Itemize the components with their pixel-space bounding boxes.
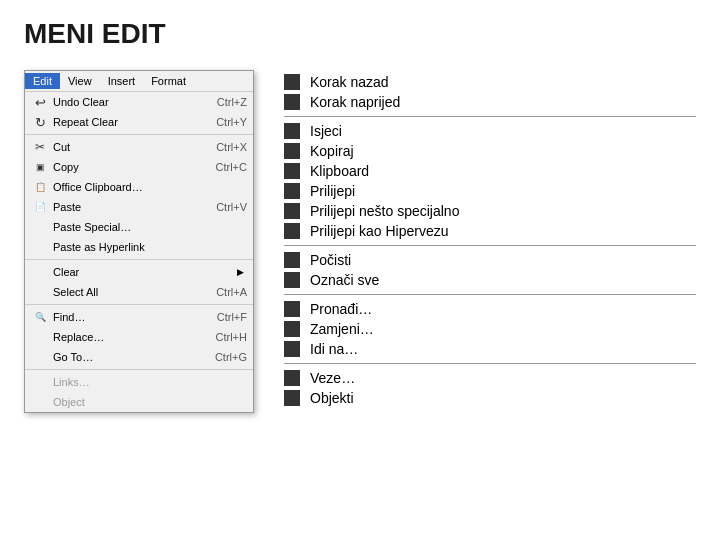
bullet-text: Korak nazad <box>310 74 389 90</box>
menu-item-cut-shortcut: Ctrl+X <box>196 141 247 153</box>
cut-icon: ✂ <box>32 139 48 155</box>
page-title: MENI EDIT <box>0 0 720 60</box>
menu-item-paste-shortcut: Ctrl+V <box>196 201 247 213</box>
menu-item-office-clipboard[interactable]: 📋 Office Clipboard… <box>25 177 253 197</box>
bullet-text: Prilijepi kao Hipervezu <box>310 223 449 239</box>
list-item: Isjeci <box>284 121 696 141</box>
bullet-text: Idi na… <box>310 341 358 357</box>
menu-bar-item-view[interactable]: View <box>60 73 100 89</box>
redo-icon: ↻ <box>32 114 48 130</box>
bullet-dot <box>284 163 300 179</box>
bullet-text: Počisti <box>310 252 351 268</box>
bullet-text: Označi sve <box>310 272 379 288</box>
menu-item-office-clipboard-label: Office Clipboard… <box>51 181 227 193</box>
menu-bar-item-edit[interactable]: Edit <box>25 73 60 89</box>
bullet-text: Isjeci <box>310 123 342 139</box>
bullet-text: Kopiraj <box>310 143 354 159</box>
separator-3 <box>25 304 253 305</box>
menu-item-goto[interactable]: Go To… Ctrl+G <box>25 347 253 367</box>
bullet-dot <box>284 272 300 288</box>
bullet-text: Zamjeni… <box>310 321 374 337</box>
list-item: Korak naprijed <box>284 92 696 112</box>
bullet-text: Objekti <box>310 390 354 406</box>
section-divider-3 <box>284 294 696 295</box>
bullet-text: Veze… <box>310 370 355 386</box>
bullet-dot <box>284 370 300 386</box>
menu-bar-item-insert[interactable]: Insert <box>100 73 144 89</box>
bullet-dot <box>284 123 300 139</box>
submenu-arrow-icon: ▶ <box>237 267 247 277</box>
menu-item-replace-label: Replace… <box>51 331 196 343</box>
bullet-dot <box>284 143 300 159</box>
menu-item-goto-shortcut: Ctrl+G <box>195 351 247 363</box>
list-item: Prilijepi kao Hipervezu <box>284 221 696 241</box>
list-item: Korak nazad <box>284 72 696 92</box>
menu-item-clear[interactable]: Clear ▶ <box>25 262 253 282</box>
bullet-dot <box>284 94 300 110</box>
menu-bar-item-format[interactable]: Format <box>143 73 194 89</box>
menu-item-undo-label: Undo Clear <box>51 96 197 108</box>
list-item: Prilijepi nešto specijalno <box>284 201 696 221</box>
menu-item-cut[interactable]: ✂ Cut Ctrl+X <box>25 137 253 157</box>
menu-item-replace[interactable]: Replace… Ctrl+H <box>25 327 253 347</box>
list-item: Pronađi… <box>284 299 696 319</box>
menu-item-paste[interactable]: 📄 Paste Ctrl+V <box>25 197 253 217</box>
menu-item-repeat-label: Repeat Clear <box>51 116 196 128</box>
menu-item-repeat-shortcut: Ctrl+Y <box>196 116 247 128</box>
bullet-text: Korak naprijed <box>310 94 400 110</box>
menu-panel: Edit View Insert Format ↩ Undo Clear Ctr… <box>24 70 254 413</box>
menu-item-goto-label: Go To… <box>51 351 195 363</box>
section-divider-4 <box>284 363 696 364</box>
list-item: Veze… <box>284 368 696 388</box>
bullet-section-4: Pronađi… Zamjeni… Idi na… <box>284 299 696 359</box>
list-item: Prilijepi <box>284 181 696 201</box>
menu-item-paste-special-label: Paste Special… <box>51 221 247 233</box>
list-item: Objekti <box>284 388 696 408</box>
separator-2 <box>25 259 253 260</box>
bullet-dot <box>284 390 300 406</box>
copy-icon: ▣ <box>32 159 48 175</box>
bullet-text: Prilijepi nešto specijalno <box>310 203 459 219</box>
bullet-dot <box>284 203 300 219</box>
menu-item-object[interactable]: Object <box>25 392 253 412</box>
menu-item-paste-hyperlink-label: Paste as Hyperlink <box>51 241 247 253</box>
bullet-dot <box>284 252 300 268</box>
list-item: Klipboard <box>284 161 696 181</box>
bullet-dot <box>284 341 300 357</box>
menu-item-clear-label: Clear <box>51 266 237 278</box>
undo-icon: ↩ <box>32 94 48 110</box>
menu-item-select-all[interactable]: Select All Ctrl+A <box>25 282 253 302</box>
bullet-dot <box>284 321 300 337</box>
menu-item-find-shortcut: Ctrl+F <box>197 311 247 323</box>
menu-item-select-all-shortcut: Ctrl+A <box>196 286 247 298</box>
menu-item-copy[interactable]: ▣ Copy Ctrl+C <box>25 157 253 177</box>
separator-4 <box>25 369 253 370</box>
menu-item-links-label: Links… <box>51 376 247 388</box>
menu-item-repeat[interactable]: ↻ Repeat Clear Ctrl+Y <box>25 112 253 132</box>
menu-item-find[interactable]: 🔍 Find… Ctrl+F <box>25 307 253 327</box>
bullet-text: Prilijepi <box>310 183 355 199</box>
menu-item-links[interactable]: Links… <box>25 372 253 392</box>
menu-item-replace-shortcut: Ctrl+H <box>196 331 247 343</box>
section-divider-2 <box>284 245 696 246</box>
paste-icon: 📄 <box>32 199 48 215</box>
bullet-text: Pronađi… <box>310 301 372 317</box>
menu-bar: Edit View Insert Format <box>25 71 253 92</box>
menu-item-select-all-label: Select All <box>51 286 196 298</box>
list-item: Idi na… <box>284 339 696 359</box>
section-divider-1 <box>284 116 696 117</box>
menu-item-find-label: Find… <box>51 311 197 323</box>
menu-item-paste-hyperlink[interactable]: Paste as Hyperlink <box>25 237 253 257</box>
menu-item-object-label: Object <box>51 396 247 408</box>
bullet-section-1: Korak nazad Korak naprijed <box>284 72 696 112</box>
menu-item-paste-special[interactable]: Paste Special… <box>25 217 253 237</box>
bullet-dot <box>284 74 300 90</box>
bullet-dot <box>284 223 300 239</box>
clipboard-icon: 📋 <box>32 179 48 195</box>
menu-item-undo[interactable]: ↩ Undo Clear Ctrl+Z <box>25 92 253 112</box>
menu-item-paste-label: Paste <box>51 201 196 213</box>
list-item: Kopiraj <box>284 141 696 161</box>
menu-item-copy-label: Copy <box>51 161 196 173</box>
menu-item-cut-label: Cut <box>51 141 196 153</box>
list-item: Počisti <box>284 250 696 270</box>
